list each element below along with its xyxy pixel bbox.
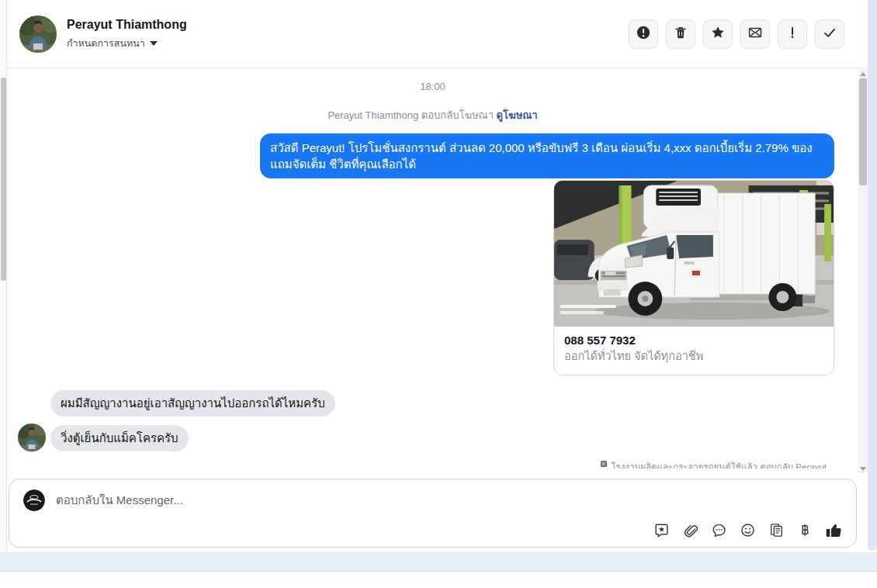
conversation-label: กำหนดการสนทนา	[67, 36, 145, 51]
message-list-scrollbar-thumb[interactable]	[859, 78, 867, 185]
ad-attachment-card[interactable]: 088 557 7932 ออกได้ทั่วไทย จัดได้ทุกอาชี…	[553, 180, 834, 375]
page-reply-context-clipped: โรงงานผลิตและกระจายรถยนต์ใช้แล้ว ตอบกลับ…	[600, 460, 827, 469]
contact-avatar	[19, 16, 57, 53]
templates-button[interactable]	[768, 523, 785, 540]
contact-avatar-small	[18, 424, 46, 451]
reply-input[interactable]: ตอบกลับใน Messenger...	[56, 491, 842, 510]
conversation-panel: Perayut Thiamthong กำหนดการสนทนา	[0, 0, 868, 552]
ad-reply-text: Perayut Thiamthong ตอบกลับโฆษณา	[328, 109, 496, 121]
report-icon	[636, 25, 651, 43]
page-avatar	[23, 489, 45, 511]
composer-toolbar	[653, 523, 842, 540]
saved-replies-icon	[768, 522, 785, 541]
baht-icon	[797, 522, 813, 541]
thumbs-up-icon	[824, 521, 843, 542]
incoming-message-bubble: วิ่งตู้เย็นกับแม็คโครครับ	[50, 425, 189, 451]
paperclip-icon	[682, 522, 698, 541]
message-list-scrollbar[interactable]	[858, 69, 868, 473]
timestamp: 18:00	[7, 81, 858, 92]
conversation-list-scrollbar[interactable]	[0, 0, 7, 552]
exclamation-icon	[785, 25, 800, 43]
outgoing-message-bubble: สวัสดี Perayut! โปรโมชั่นสงกรานต์ ส่วนลด…	[260, 133, 834, 178]
attach-button[interactable]	[681, 523, 698, 540]
contact-info: Perayut Thiamthong กำหนดการสนทนา	[67, 17, 187, 51]
header-action-toolbar	[629, 19, 844, 49]
page-background-strip	[868, 0, 877, 551]
envelope-icon	[747, 25, 763, 43]
messenger-inbox-window: Perayut Thiamthong กำหนดการสนทนา	[0, 0, 877, 588]
composer-input-row: ตอบกลับใน Messenger...	[9, 479, 856, 511]
follow-up-button[interactable]	[703, 19, 733, 49]
mark-spam-button[interactable]	[778, 19, 807, 49]
delete-button[interactable]	[666, 19, 695, 49]
like-button[interactable]	[825, 523, 842, 540]
mark-unread-button[interactable]	[740, 19, 770, 49]
scroll-down-arrow[interactable]	[858, 464, 868, 473]
report-button[interactable]	[629, 19, 658, 49]
payment-button[interactable]	[796, 523, 813, 540]
sticker-button[interactable]	[653, 523, 670, 540]
mark-done-button[interactable]	[815, 19, 844, 49]
chat-dots-icon	[711, 522, 727, 541]
conversation-list-scrollbar-thumb[interactable]	[1, 78, 6, 281]
emoji-button[interactable]	[739, 523, 756, 540]
trash-icon	[673, 25, 688, 43]
contact-name: Perayut Thiamthong	[67, 17, 187, 33]
page-bottom-band	[0, 552, 877, 572]
page-emoji-icon	[600, 460, 608, 468]
star-icon	[710, 25, 726, 43]
incoming-message-bubble: ผมมีสัญญางานอยู่เอาสัญญางานไปออกรถได้ไหม…	[50, 390, 335, 417]
saved-reply-button[interactable]	[710, 523, 727, 540]
ad-card-subtitle: ออกได้ทั่วไทย จัดได้ทุกอาชีพ	[564, 348, 823, 365]
ad-card-phone: 088 557 7932	[564, 332, 823, 348]
conversation-label-dropdown[interactable]: กำหนดการสนทนา	[67, 36, 187, 51]
emoji-icon	[740, 522, 756, 541]
scroll-up-arrow[interactable]	[858, 69, 868, 78]
check-icon	[822, 25, 837, 43]
composer-box[interactable]: ตอบกลับใน Messenger...	[9, 479, 857, 548]
sticker-icon	[653, 522, 670, 541]
ad-reply-context: Perayut Thiamthong ตอบกลับโฆษณา ดูโฆษณา	[7, 107, 858, 123]
ad-card-info: 088 557 7932 ออกได้ทั่วไทย จัดได้ทุกอาชี…	[554, 327, 834, 375]
view-ad-link[interactable]: ดูโฆษณา	[497, 109, 538, 121]
truck-photo[interactable]	[554, 181, 834, 327]
chevron-down-icon	[150, 38, 158, 49]
page-reply-context-text: โรงงานผลิตและกระจายรถยนต์ใช้แล้ว ตอบกลับ…	[611, 460, 827, 469]
chat-header: Perayut Thiamthong กำหนดการสนทนา	[7, 0, 868, 68]
message-list[interactable]: 18:00 Perayut Thiamthong ตอบกลับโฆษณา ดู…	[7, 69, 858, 475]
composer-area: ตอบกลับใน Messenger...	[7, 475, 858, 552]
